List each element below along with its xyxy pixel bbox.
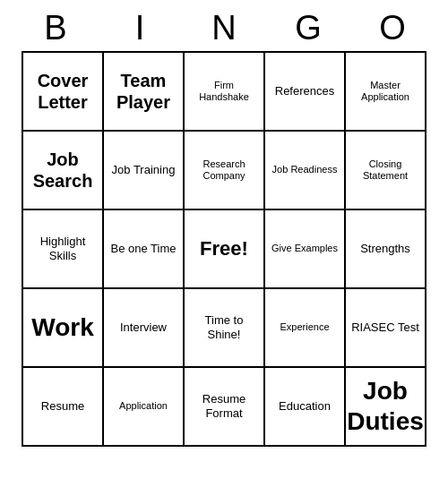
cell-22: Resume Format xyxy=(185,368,265,447)
cell-3: References xyxy=(265,53,346,132)
bingo-title: B I N G O xyxy=(13,9,435,47)
cell-13: Give Examples xyxy=(265,210,346,289)
cell-1: Team Player xyxy=(104,53,185,132)
cell-21: Application xyxy=(104,368,185,447)
cell-23: Education xyxy=(265,368,346,447)
cell-14: Strengths xyxy=(346,210,426,289)
cell-20: Resume xyxy=(23,368,104,447)
cell-5: Job Search xyxy=(23,132,104,210)
cell-7: Research Company xyxy=(185,132,265,210)
letter-o: O xyxy=(352,9,433,47)
cell-19: RIASEC Test xyxy=(346,289,426,368)
cell-10: Highlight Skills xyxy=(23,210,104,289)
cell-17: Time to Shine! xyxy=(185,289,265,368)
letter-b: B xyxy=(15,9,96,47)
bingo-grid: Cover Letter Team Player Firm Handshake … xyxy=(22,51,426,447)
cell-16: Interview xyxy=(104,289,185,368)
cell-8: Job Readiness xyxy=(265,132,346,210)
cell-4: Master Application xyxy=(346,53,426,132)
cell-2: Firm Handshake xyxy=(185,53,265,132)
letter-g: G xyxy=(268,9,349,47)
cell-15: Work xyxy=(23,289,104,368)
cell-12-free: Free! xyxy=(185,210,265,289)
letter-i: I xyxy=(99,9,180,47)
cell-18: Experience xyxy=(265,289,346,368)
cell-11: Be one Time xyxy=(104,210,185,289)
cell-0: Cover Letter xyxy=(23,53,104,132)
cell-9: Closing Statement xyxy=(346,132,426,210)
letter-n: N xyxy=(184,9,264,47)
cell-24: Job Duties xyxy=(346,368,426,447)
cell-6: Job Training xyxy=(104,132,185,210)
